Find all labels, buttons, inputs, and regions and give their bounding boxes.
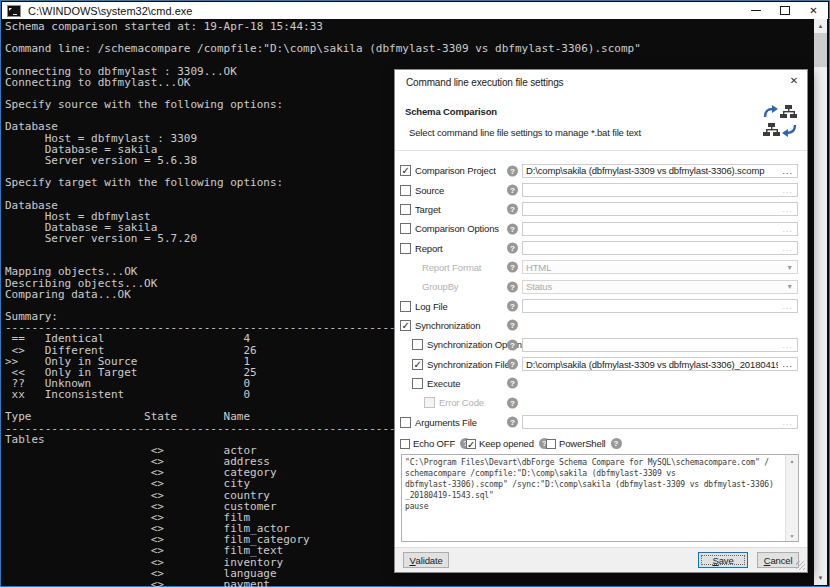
help-icon[interactable]: ? — [507, 262, 518, 273]
checkbox-arguments-file[interactable] — [400, 417, 411, 428]
help-icon[interactable]: ? — [507, 339, 518, 350]
help-icon[interactable]: ? — [507, 320, 518, 331]
script-scrollbar[interactable]: ▲ ▼ — [785, 455, 798, 541]
schema-comparison-icon — [761, 103, 799, 141]
help-icon[interactable]: ? — [507, 417, 518, 428]
field-report[interactable]: ... — [522, 241, 798, 255]
help-icon[interactable]: ? — [507, 359, 518, 370]
browse-button[interactable]: ... — [778, 302, 797, 310]
checkbox-log-file[interactable] — [400, 301, 411, 312]
dialog-close-icon[interactable]: ✕ — [790, 75, 798, 86]
browse-button[interactable]: ... — [778, 186, 797, 194]
help-icon[interactable]: ? — [507, 223, 518, 234]
browse-button[interactable]: ... — [778, 341, 797, 349]
minimize-button[interactable] — [741, 2, 770, 19]
row-label-arguments-file: Arguments File — [415, 417, 477, 428]
select-report-format[interactable]: HTML▼ — [522, 260, 798, 274]
select-value: HTML — [523, 262, 782, 273]
scrollbar-thumb[interactable] — [814, 33, 827, 67]
checkbox-source[interactable] — [400, 185, 411, 196]
script-scroll-up-icon[interactable]: ▲ — [786, 455, 798, 466]
form-row-target: Target?... — [395, 200, 807, 219]
row-label-report: Report — [415, 243, 443, 254]
browse-button[interactable]: ... — [778, 205, 797, 213]
field-arguments-file[interactable]: ... — [522, 415, 798, 429]
dialog-title: Command line execution file settings — [406, 77, 563, 88]
flag-label-echo-off: Echo OFF — [413, 438, 455, 449]
checkbox-synchronization-file[interactable]: ✓ — [412, 359, 423, 370]
cmd-app-icon — [7, 5, 21, 17]
save-button[interactable]: Save — [698, 552, 748, 568]
dialog-heading: Schema Comparison — [405, 106, 497, 117]
field-comparison-options[interactable]: ... — [522, 222, 798, 236]
scroll-down-icon[interactable]: ▼ — [814, 571, 827, 585]
maximize-button[interactable] — [770, 2, 799, 19]
help-icon[interactable]: ? — [507, 281, 518, 292]
form-row-comparison-project: ✓Comparison Project?D:\comp\sakila (dbfm… — [395, 161, 807, 180]
minimize-icon — [751, 10, 761, 11]
checkbox-keep-opened[interactable]: ✓ — [466, 439, 476, 449]
flag-echo-off: Echo OFF? — [400, 436, 471, 451]
browse-button[interactable]: ... — [778, 244, 797, 252]
window-controls: ✕ — [741, 2, 828, 19]
row-label-target: Target — [415, 204, 441, 215]
dialog-form-rows: ✓Comparison Project?D:\comp\sakila (dbfm… — [395, 161, 807, 432]
help-icon[interactable]: ? — [507, 378, 518, 389]
close-button[interactable]: ✕ — [799, 2, 828, 19]
bat-script-text: "C:\Program Files\Devart\dbForge Schema … — [402, 455, 798, 514]
checkbox-powershell[interactable] — [546, 439, 556, 449]
cmd-window: C:\WINDOWS\system32\cmd.exe ✕ Schema com… — [0, 0, 830, 587]
field-target[interactable]: ... — [522, 202, 798, 216]
window-title: C:\WINDOWS\system32\cmd.exe — [28, 5, 192, 17]
checkbox-error-code[interactable] — [424, 397, 435, 408]
row-label-groupby: GroupBy — [422, 281, 458, 292]
form-row-source: Source?... — [395, 180, 807, 199]
maximize-icon — [780, 6, 790, 15]
scroll-up-icon[interactable]: ▲ — [814, 19, 827, 33]
browse-button[interactable]: ... — [778, 167, 797, 175]
browse-button[interactable]: ... — [778, 225, 797, 233]
field-log-file[interactable]: ... — [522, 299, 798, 313]
browse-button[interactable]: ... — [778, 418, 797, 426]
field-synchronization-options[interactable]: ... — [522, 338, 798, 352]
checkbox-comparison-options[interactable] — [400, 223, 411, 234]
field-synchronization-file[interactable]: D:\comp\sakila (dbfmylast-3309 vs dbfmyl… — [522, 357, 798, 371]
checkbox-report[interactable] — [400, 243, 411, 254]
checkbox-execute[interactable] — [412, 378, 423, 389]
field-source[interactable]: ... — [522, 183, 798, 197]
help-icon[interactable]: ? — [507, 243, 518, 254]
form-row-report: Report?... — [395, 238, 807, 257]
help-icon[interactable]: ? — [507, 397, 518, 408]
dialog-flags-row: Echo OFF?✓Keep opened?PowerShell? — [395, 436, 807, 451]
help-icon[interactable]: ? — [611, 438, 622, 449]
checkbox-echo-off[interactable] — [400, 439, 410, 449]
dialog-description: Select command line file settings to man… — [409, 127, 641, 138]
row-label-comparison-project: Comparison Project — [415, 165, 496, 176]
checkbox-comparison-project[interactable]: ✓ — [400, 165, 411, 176]
form-row-execute: Execute? — [395, 374, 807, 393]
browse-button[interactable]: ... — [778, 360, 797, 368]
field-comparison-project[interactable]: D:\comp\sakila (dbfmylast-3309 vs dbfmyl… — [522, 164, 798, 178]
checkbox-synchronization[interactable]: ✓ — [400, 320, 411, 331]
select-value: Status — [523, 281, 782, 292]
flag-keep-opened: ✓Keep opened? — [466, 436, 550, 451]
help-icon[interactable]: ? — [507, 165, 518, 176]
bat-script-preview[interactable]: "C:\Program Files\Devart\dbForge Schema … — [401, 454, 799, 542]
form-row-arguments-file: Arguments File?... — [395, 412, 807, 431]
select-groupby[interactable]: Status▼ — [522, 280, 798, 294]
flag-label-keep-opened: Keep opened — [479, 438, 534, 449]
row-label-report-format: Report Format — [422, 262, 481, 273]
dropdown-arrow-icon: ▼ — [782, 283, 797, 290]
field-value: D:\comp\sakila (dbfmylast-3309 vs dbfmyl… — [523, 359, 778, 370]
dialog-resize-grip[interactable] — [796, 561, 805, 570]
checkbox-target[interactable] — [400, 204, 411, 215]
script-scroll-down-icon[interactable]: ▼ — [786, 530, 798, 541]
checkbox-synchronization-options[interactable] — [412, 339, 423, 350]
header-separator — [395, 150, 807, 151]
cancel-button[interactable]: Cancel — [757, 552, 799, 568]
validate-button[interactable]: Validate — [403, 552, 449, 568]
help-icon[interactable]: ? — [507, 185, 518, 196]
console-scrollbar[interactable]: ▲ ▼ — [814, 19, 827, 585]
help-icon[interactable]: ? — [507, 204, 518, 215]
help-icon[interactable]: ? — [507, 301, 518, 312]
